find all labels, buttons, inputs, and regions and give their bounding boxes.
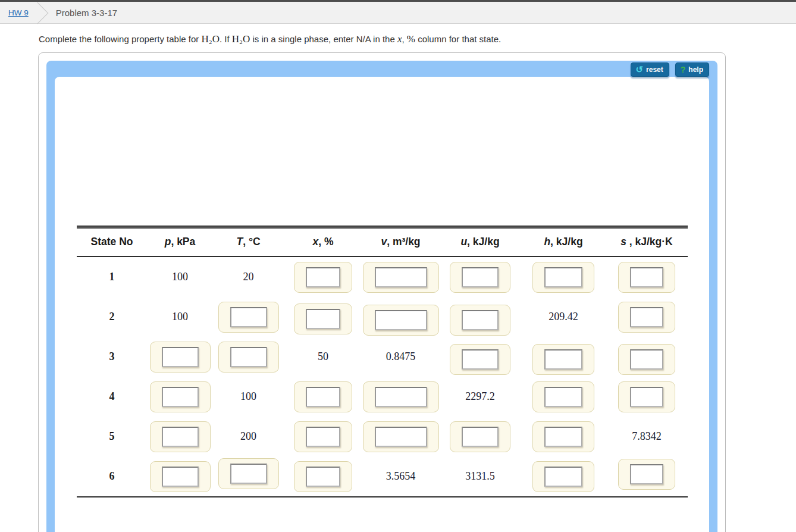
value-h-row2: 209.42 xyxy=(549,311,578,323)
value-s-row5: 7.8342 xyxy=(632,430,662,442)
input-box-v-row2 xyxy=(363,305,439,336)
input-box-u-row1 xyxy=(450,262,510,293)
input-T-row6[interactable] xyxy=(230,464,267,484)
cell-h-row1 xyxy=(521,262,606,293)
input-h-row4[interactable] xyxy=(544,387,582,407)
state-number-row4: 4 xyxy=(109,390,115,402)
help-button[interactable]: ? help xyxy=(675,62,709,77)
input-u-row3[interactable] xyxy=(462,349,499,370)
cell-p-row6 xyxy=(148,461,213,492)
reset-button-label: reset xyxy=(646,65,663,74)
applet-toolbar: ↺ reset ? help xyxy=(631,62,710,77)
input-v-row1[interactable] xyxy=(375,267,427,287)
input-box-u-row5 xyxy=(450,421,510,452)
cell-u-row3 xyxy=(440,339,521,375)
input-box-s-row2 xyxy=(618,302,675,333)
reset-icon: ↺ xyxy=(636,65,644,74)
table-row-state-3: 3500.8475 xyxy=(77,337,688,377)
input-box-s-row3 xyxy=(618,344,675,375)
cell-x-row3: 50 xyxy=(284,351,362,363)
input-v-row5[interactable] xyxy=(375,427,427,447)
input-h-row6[interactable] xyxy=(544,467,582,487)
math-x: x xyxy=(397,33,402,45)
input-h-row1[interactable] xyxy=(544,267,582,287)
input-box-s-row4 xyxy=(618,381,675,412)
input-x-row5[interactable] xyxy=(306,427,340,447)
state-number-row3: 3 xyxy=(109,351,115,362)
input-u-row5[interactable] xyxy=(462,427,499,447)
state-number-cell: 2 xyxy=(77,311,148,323)
input-s-row1[interactable] xyxy=(630,267,663,287)
state-number-row6: 6 xyxy=(109,470,115,482)
value-p-row1: 100 xyxy=(172,271,188,283)
input-x-row4[interactable] xyxy=(306,387,340,407)
cell-v-row1 xyxy=(362,262,440,293)
table-row-state-2: 2100209.42 xyxy=(77,297,688,337)
reset-button[interactable]: ↺ reset xyxy=(631,62,669,77)
table-body: 1100202100209.423500.847541002297.252007… xyxy=(77,257,688,496)
input-x-row1[interactable] xyxy=(306,267,340,287)
cell-T-row1: 20 xyxy=(213,271,284,283)
cell-v-row4 xyxy=(362,381,440,412)
column-header-v: v, m³/kg xyxy=(362,236,440,248)
table-row-state-1: 110020 xyxy=(77,257,688,297)
cell-T-row2 xyxy=(213,302,284,333)
cell-x-row4 xyxy=(284,381,362,412)
input-s-row3[interactable] xyxy=(630,349,663,370)
input-p-row4[interactable] xyxy=(162,387,199,407)
cell-T-row4: 100 xyxy=(213,390,284,403)
cell-v-row6: 3.5654 xyxy=(362,470,440,483)
input-T-row3[interactable] xyxy=(230,347,267,367)
cell-T-row5: 200 xyxy=(213,430,284,443)
applet-content-panel: State Nop, kPaT, °Cx, %v, m³/kgu, kJ/kgh… xyxy=(55,77,709,532)
input-box-v-row4 xyxy=(363,381,439,412)
input-s-row2[interactable] xyxy=(630,307,663,327)
cell-s-row2 xyxy=(606,302,688,333)
cell-s-row5: 7.8342 xyxy=(606,430,688,443)
breadcrumb-current-problem: Problem 3-3-17 xyxy=(56,8,117,18)
input-h-row3[interactable] xyxy=(544,349,582,370)
breadcrumb: HW 9 Problem 3-3-17 xyxy=(0,2,796,24)
breadcrumb-hw-link[interactable]: HW 9 xyxy=(8,8,29,17)
cell-h-row6 xyxy=(521,461,606,492)
cell-h-row2: 209.42 xyxy=(521,311,606,323)
input-box-p-row6 xyxy=(150,461,211,492)
cell-u-row4: 2297.2 xyxy=(440,390,521,403)
input-v-row4[interactable] xyxy=(375,387,427,407)
input-x-row6[interactable] xyxy=(306,467,340,487)
input-p-row5[interactable] xyxy=(162,427,199,447)
table-row-state-5: 52007.8342 xyxy=(77,417,688,456)
input-s-row4[interactable] xyxy=(630,387,663,407)
column-header-p: p, kPa xyxy=(148,236,213,248)
cell-p-row2: 100 xyxy=(148,311,213,323)
column-header-s: s , kJ/kg·K xyxy=(606,236,688,248)
state-number-cell: 1 xyxy=(77,271,148,283)
input-box-p-row3 xyxy=(150,342,211,373)
property-table: State Nop, kPaT, °Cx, %v, m³/kgu, kJ/kgh… xyxy=(77,226,688,497)
input-box-v-row1 xyxy=(363,262,439,293)
input-p-row3[interactable] xyxy=(162,347,199,367)
table-row-state-4: 41002297.2 xyxy=(77,377,688,417)
input-T-row2[interactable] xyxy=(230,307,267,327)
table-bottom-rule xyxy=(77,496,688,497)
input-box-u-row2 xyxy=(450,305,510,336)
breadcrumb-chevron-icon xyxy=(38,2,51,24)
column-header-x: x, % xyxy=(284,236,362,248)
statement-text: . If xyxy=(220,34,232,44)
cell-h-row4 xyxy=(521,381,606,412)
help-icon: ? xyxy=(681,65,686,74)
cell-u-row5 xyxy=(440,421,521,452)
value-T-row5: 200 xyxy=(240,430,256,442)
input-box-p-row4 xyxy=(150,381,211,412)
input-h-row5[interactable] xyxy=(544,427,582,447)
input-x-row2[interactable] xyxy=(306,309,340,329)
value-u-row4: 2297.2 xyxy=(465,390,495,402)
input-box-x-row1 xyxy=(294,262,352,293)
input-v-row2[interactable] xyxy=(375,310,427,330)
applet-card: ↺ reset ? help State Nop, kPaT, °Cx, %v,… xyxy=(38,52,726,532)
input-u-row2[interactable] xyxy=(462,310,499,330)
input-s-row6[interactable] xyxy=(630,464,663,484)
input-u-row1[interactable] xyxy=(462,267,499,287)
input-p-row6[interactable] xyxy=(162,467,199,487)
statement-text: Complete the following property table fo… xyxy=(39,34,201,44)
